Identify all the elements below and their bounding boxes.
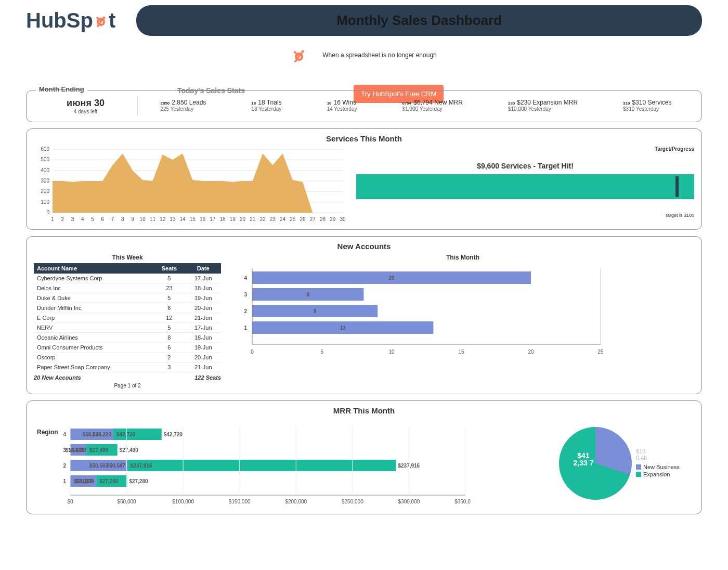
accounts-total: 20 New Accounts [34,374,81,381]
svg-text:$350,000: $350,000 [454,499,471,504]
svg-text:4: 4 [244,275,247,281]
svg-text:23: 23 [270,216,276,222]
svg-text:30: 30 [340,216,346,222]
accounts-table: Account NameSeatsDate Cyberdyne Systems … [34,263,221,372]
todays-sales-label: Today's Sales Stats [177,86,245,95]
dashboard-title: Monthly Sales Dashboard [136,5,702,36]
services-panel: Services This Month 01002003004005006001… [26,128,702,230]
svg-text:13: 13 [170,216,176,222]
svg-text:2: 2 [63,463,66,469]
svg-text:200: 200 [41,188,49,194]
table-row: NERV517-Jun [34,323,221,333]
svg-text:$50,587: $50,587 [107,463,126,469]
svg-text:8: 8 [306,292,309,297]
sprocket-icon [291,46,307,64]
legend-new-business: New Business [636,464,680,470]
table-header: Date [185,263,221,274]
svg-text:9: 9 [131,216,134,222]
svg-text:$50,587: $50,587 [89,463,109,469]
table-row: Omni Consumer Products619-Jun [34,343,221,353]
svg-text:$38,223: $38,223 [93,432,112,437]
svg-text:4: 4 [63,432,66,437]
svg-text:$200,000: $200,000 [285,499,307,504]
stat-item: 28502,850 Leads225 Yesterday [161,99,206,112]
svg-text:20: 20 [240,216,246,222]
mrr-pie-chart: $41 2,33 7 [559,427,632,500]
table-row: Oceanic Airlines818-Jun [34,333,221,343]
svg-text:0: 0 [251,349,254,355]
svg-text:600: 600 [41,146,49,152]
table-row: Oscorp220-Jun [34,353,221,362]
svg-text:20: 20 [388,275,395,281]
svg-text:17: 17 [210,216,216,222]
svg-text:11: 11 [150,216,156,222]
target-progress-label: Target/Progress [655,146,694,152]
svg-text:$42,720: $42,720 [116,432,136,437]
svg-text:25: 25 [290,216,296,222]
stat-item: 1818 Trials18 Yesterday [251,99,281,112]
svg-text:$27,490: $27,490 [120,447,139,453]
svg-text:25: 25 [597,349,604,355]
svg-text:400: 400 [41,167,49,173]
table-row: Cyberdyne Systems Corp517-Jun [34,274,221,283]
svg-text:10: 10 [388,349,395,355]
services-progress-bar [356,174,694,199]
table-row: Dunder Mifflin Inc620-Jun [34,303,221,313]
svg-text:300: 300 [41,178,49,184]
services-area-chart: 0100200300400500600123456789101112131415… [34,146,346,224]
table-row: Delos Inc2318-Jun [34,283,221,293]
svg-text:$27,490: $27,490 [89,447,109,453]
svg-text:7: 7 [111,216,114,222]
svg-text:22: 22 [260,216,266,222]
month-date: июня 30 [34,98,137,109]
services-title: Services This Month [34,134,694,143]
this-month-label: This Month [231,254,694,261]
new-accounts-panel: New Accounts This Week Account NameSeats… [26,236,702,394]
progress-footer: Target is $100 [356,213,694,218]
svg-text:26: 26 [300,216,306,222]
pie-side-label-1: $18 [636,448,680,455]
seats-total: 122 Seats [194,374,221,381]
hubspot-logo: HubSpt [26,9,115,32]
svg-text:$14,305: $14,305 [66,447,85,453]
month-ending-label: Month Ending [36,85,87,93]
svg-text:8: 8 [121,216,124,222]
svg-marker-28 [53,153,343,213]
svg-text:$237,916: $237,916 [131,463,152,469]
svg-text:27: 27 [310,216,316,222]
mrr-panel: MRR This Month Region 4$38,223$42,7203$1… [26,400,702,514]
table-row: Paper Street Soap Company321-Jun [34,362,221,372]
svg-text:$0: $0 [67,499,73,504]
svg-text:28: 28 [320,216,326,222]
table-header: Account Name [34,263,153,274]
svg-text:18: 18 [220,216,226,222]
svg-text:15: 15 [458,349,464,355]
page-info: Page 1 of 2 [34,383,221,388]
svg-text:20: 20 [528,349,534,355]
svg-text:$27,280: $27,280 [129,478,148,484]
svg-text:3: 3 [244,292,247,297]
days-left: 4 days left [34,109,137,114]
svg-text:$23,109: $23,109 [75,478,95,484]
svg-text:15: 15 [190,216,196,222]
svg-text:$50,000: $50,000 [117,499,136,504]
table-row: E Corp1221-Jun [34,313,221,323]
svg-text:19: 19 [230,216,236,222]
stat-item: 1616 Wins14 Yesterday [327,99,357,112]
pie-side-label-2: 0,4b [636,455,680,461]
region-label: Region [37,429,58,436]
svg-text:5: 5 [91,216,94,222]
svg-text:13: 13 [340,325,346,331]
legend-expansion: Expansion [636,471,680,477]
svg-text:4: 4 [81,216,84,222]
svg-text:10: 10 [140,216,146,222]
svg-text:$100,000: $100,000 [172,499,194,504]
new-accounts-title: New Accounts [34,242,694,251]
svg-text:$42,720: $42,720 [164,432,183,437]
table-header: Seats [153,263,185,274]
mrr-title: MRR This Month [34,406,694,415]
stats-panel: Month Ending Today's Sales Stats июня 30… [26,90,702,122]
svg-text:$300,000: $300,000 [398,499,420,504]
stat-item: 230$230 Expansion MRR$10,000 Yesterday [508,99,578,112]
progress-title: $9,600 Services - Target Hit! [356,162,694,170]
